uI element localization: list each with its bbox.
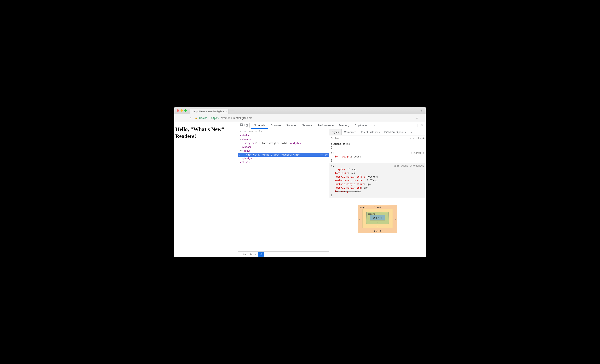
tab-application[interactable]: Application (352, 122, 371, 129)
tab-close-icon[interactable]: × (226, 110, 227, 113)
profile-icon: ☺ (420, 109, 423, 112)
lock-icon: 🔒 (195, 117, 198, 119)
crumb-body[interactable]: body (248, 252, 258, 257)
dom-head-open: <head> (242, 138, 251, 141)
dom-html-open: <html> (240, 134, 249, 137)
elements-panel: <!DOCTYPE html> <html> ▼<head> <style>h1… (238, 129, 329, 257)
reload-button[interactable]: ⟳ (189, 117, 193, 120)
styles-filter-input[interactable]: Filter (330, 137, 407, 140)
browser-tab[interactable]: https://overrides-in-html.glitch × (190, 109, 228, 114)
new-tab-button[interactable] (230, 110, 234, 113)
titlebar: https://overrides-in-html.glitch × ☺ (174, 107, 426, 114)
window-close-button[interactable] (177, 109, 179, 112)
dom-body-open: <body> (242, 149, 251, 152)
cls-toggle[interactable]: .cls (415, 137, 421, 140)
page-icon (192, 110, 192, 113)
rule-h1-ua[interactable]: h1 {user agent stylesheet display: block… (329, 163, 426, 198)
secure-label: Secure (199, 117, 207, 119)
dom-style-open: <style> (244, 142, 255, 145)
breadcrumb: html body h1 (238, 251, 329, 257)
omnibox[interactable]: 🔒 Secure | https://overrides-in-html.gli… (195, 117, 414, 120)
divider: | (209, 117, 209, 120)
tab-network[interactable]: Network (299, 122, 315, 129)
inspect-icon[interactable] (240, 123, 244, 127)
box-content[interactable]: 352 × 74 (370, 215, 385, 220)
box-margin[interactable]: margin 21.440 - - border - - - padding (358, 205, 397, 233)
devtools: Elements Console Sources Network Perform… (238, 122, 426, 257)
url-host: overrides-in-html.glitch.me (221, 117, 253, 120)
devtools-tabs: Elements Console Sources Network Perform… (238, 122, 426, 129)
svg-rect-2 (246, 124, 247, 126)
devtools-body: <!DOCTYPE html> <html> ▼<head> <style>h1… (238, 129, 426, 257)
hov-toggle[interactable]: :hov (408, 137, 414, 140)
dom-html-close: </html> (240, 161, 250, 164)
url-scheme: https:// (211, 117, 219, 120)
styles-tabs: Styles Computed Event Listeners DOM Brea… (329, 129, 426, 136)
chevron-down-icon[interactable]: ▼ (240, 137, 242, 141)
tab-event-listeners[interactable]: Event Listeners (359, 129, 382, 135)
dom-selected-gutter: … (238, 153, 242, 157)
tab-computed[interactable]: Computed (342, 129, 359, 135)
browser-menu-button[interactable]: ⋮ (420, 116, 424, 120)
rule-source-ua: user agent stylesheet (394, 164, 424, 167)
dom-body-close: </body> (242, 157, 252, 160)
devtools-menu-button[interactable]: ⋮ (416, 124, 420, 127)
rule-source-link[interactable]: (index):4 (411, 151, 424, 155)
device-toggle-icon[interactable] (244, 123, 248, 127)
crumb-h1[interactable]: h1 (258, 252, 264, 257)
tab-performance[interactable]: Performance (315, 122, 336, 129)
rule-element-style[interactable]: element.style { } (329, 141, 426, 150)
dom-doctype: <!DOCTYPE html> (240, 130, 262, 133)
tab-styles[interactable]: Styles (329, 129, 342, 135)
rendered-page: Hello, "What's New" Readers! (174, 122, 238, 257)
tab-memory[interactable]: Memory (336, 122, 352, 129)
new-style-rule-button[interactable]: + (422, 136, 424, 140)
tab-sources[interactable]: Sources (284, 122, 299, 129)
rule-h1-author[interactable]: h1 {(index):4 font-weight: bold; } (329, 150, 426, 163)
box-model: margin 21.440 - - border - - - padding (329, 198, 426, 257)
tab-dom-breakpoints[interactable]: DOM Breakpoints (382, 129, 408, 135)
dom-tree[interactable]: <!DOCTYPE html> <html> ▼<head> <style>h1… (238, 129, 329, 251)
bookmark-button[interactable]: ☆ (416, 116, 418, 120)
styles-panel: Styles Computed Event Listeners DOM Brea… (329, 129, 426, 257)
back-button[interactable]: ← (176, 117, 180, 120)
styles-filter-row: Filter :hov .cls + (329, 136, 426, 141)
forward-button[interactable]: → (182, 117, 187, 120)
tabs-overflow[interactable]: » (371, 122, 378, 129)
chevron-down-icon[interactable]: ▼ (240, 149, 242, 153)
window-minimize-button[interactable] (180, 109, 183, 112)
profile-button[interactable]: ☺ (419, 108, 423, 113)
dom-selected-row[interactable]: … <h1>Hello, "What's New" Readers!</h1> … (238, 153, 329, 157)
dom-style-text: h1 { font-weight: bold } (254, 142, 290, 145)
dom-head-close: </head> (242, 146, 252, 148)
styles-tabs-overflow[interactable]: » (408, 129, 414, 135)
work-area: Hello, "What's New" Readers! Elements Co… (174, 122, 426, 257)
crumb-html[interactable]: html (240, 252, 248, 257)
box-padding[interactable]: padding - - - 352 × 74 - (366, 212, 389, 224)
dom-eq0: == $0 (320, 153, 328, 157)
devtools-close-button[interactable]: ✕ (420, 124, 424, 127)
browser-window: https://overrides-in-html.glitch × ☺ ← →… (174, 107, 426, 257)
dom-style-close: </style> (290, 142, 301, 145)
tab-console[interactable]: Console (268, 122, 283, 129)
tab-elements[interactable]: Elements (251, 122, 268, 129)
traffic-lights (177, 109, 187, 112)
tab-title: https://overrides-in-html.glitch (194, 110, 224, 113)
box-border[interactable]: border - - - padding - - - 352 × 74 (362, 209, 393, 228)
window-zoom-button[interactable] (184, 109, 187, 112)
page-heading: Hello, "What's New" Readers! (175, 126, 237, 140)
style-rules: element.style { } h1 {(index):4 font-wei… (329, 141, 426, 198)
url-bar: ← → ⟳ 🔒 Secure | https://overrides-in-ht… (174, 114, 426, 122)
